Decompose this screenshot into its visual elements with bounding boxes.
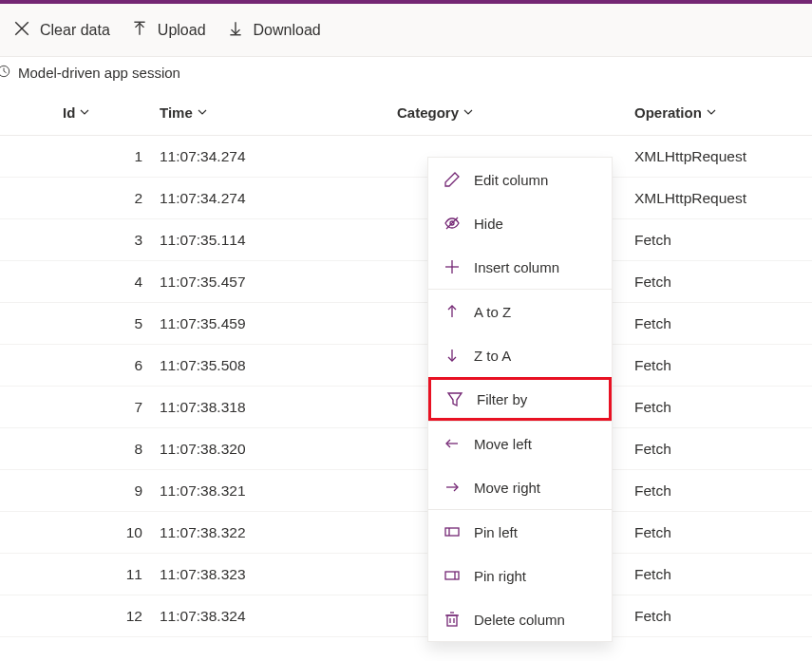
cell-operation: Fetch: [634, 524, 812, 541]
upload-icon: [131, 20, 148, 41]
ctx-hide-label: Hide: [474, 216, 503, 232]
column-context-menu: Edit column Hide Insert column A to Z Z …: [427, 157, 613, 642]
column-header-category-label: Category: [397, 104, 459, 121]
cell-operation: Fetch: [634, 274, 812, 291]
cell-id: 7: [46, 399, 160, 416]
ctx-pin-left-label: Pin left: [474, 524, 518, 540]
table-row[interactable]: 811:07:38.320Fetch: [0, 428, 812, 470]
cell-time: 11:07:35.457: [160, 274, 397, 291]
plus-icon: [444, 258, 461, 275]
download-icon: [227, 20, 244, 41]
cell-time: 11:07:34.274: [160, 148, 397, 165]
cell-time: 11:07:38.323: [160, 566, 397, 583]
upload-label: Upload: [158, 22, 206, 39]
clock-icon: [0, 65, 10, 81]
table-row[interactable]: 711:07:38.318Fetch: [0, 387, 812, 428]
cell-time: 11:07:38.321: [160, 482, 397, 500]
cell-time: 11:07:35.114: [160, 232, 397, 249]
cell-id: 1: [46, 148, 160, 165]
cell-time: 11:07:38.318: [160, 399, 397, 416]
table-row[interactable]: 1011:07:38.322Fetch: [0, 512, 812, 554]
cell-time: 11:07:38.324: [160, 608, 397, 625]
cell-operation: Fetch: [634, 566, 812, 583]
ctx-sort-desc[interactable]: Z to A: [428, 333, 612, 377]
table-row[interactable]: 911:07:38.321Fetch: [0, 470, 812, 512]
cell-operation: Fetch: [634, 357, 812, 374]
chevron-down-icon: [79, 104, 90, 121]
ctx-filter-by-label: Filter by: [477, 391, 527, 407]
table-row[interactable]: 411:07:35.457Fetch: [0, 261, 812, 303]
cell-operation: Fetch: [634, 608, 812, 625]
table-row[interactable]: 1211:07:38.324Fetch: [0, 595, 812, 637]
ctx-delete-column[interactable]: Delete column: [428, 597, 612, 641]
grid-header-row: Id Time Category Operation: [0, 90, 812, 136]
chevron-down-icon: [197, 104, 208, 121]
cell-operation: XMLHttpRequest: [634, 148, 812, 165]
trash-icon: [444, 611, 461, 628]
toolbar: Clear data Upload Download: [0, 4, 812, 57]
table-row[interactable]: 111:07:34.274XMLHttpRequest: [0, 136, 812, 178]
ctx-move-left[interactable]: Move left: [428, 422, 612, 465]
download-label: Download: [254, 22, 321, 39]
column-header-operation[interactable]: Operation: [634, 104, 812, 121]
cell-operation: XMLHttpRequest: [634, 190, 812, 207]
cell-operation: Fetch: [634, 315, 812, 332]
arrow-down-icon: [444, 347, 461, 364]
ctx-move-left-label: Move left: [474, 436, 532, 452]
cell-id: 11: [46, 566, 160, 583]
subtitle-text: Model-driven app session: [18, 65, 180, 81]
ctx-pin-right-label: Pin right: [474, 568, 526, 584]
chevron-down-icon: [706, 104, 717, 121]
cell-time: 11:07:35.459: [160, 315, 397, 332]
cell-id: 12: [46, 608, 160, 625]
table-row[interactable]: 211:07:34.274XMLHttpRequest: [0, 178, 812, 219]
ctx-sort-asc[interactable]: A to Z: [428, 290, 612, 333]
table-row[interactable]: 311:07:35.114Fetch: [0, 219, 812, 261]
svg-rect-20: [447, 615, 457, 626]
grid-body: 111:07:34.274XMLHttpRequest211:07:34.274…: [0, 136, 812, 637]
column-header-category[interactable]: Category: [397, 104, 634, 121]
cell-id: 3: [46, 232, 160, 249]
column-header-time-label: Time: [160, 104, 193, 121]
subtitle-row: Model-driven app session: [0, 57, 812, 90]
cell-id: 5: [46, 315, 160, 332]
ctx-insert-column[interactable]: Insert column: [428, 245, 612, 289]
cell-time: 11:07:35.508: [160, 357, 397, 374]
ctx-move-right-label: Move right: [474, 480, 540, 496]
ctx-edit-column-label: Edit column: [474, 172, 548, 188]
ctx-hide[interactable]: Hide: [428, 201, 612, 245]
chevron-down-icon: [463, 104, 474, 121]
arrow-left-icon: [444, 435, 461, 452]
data-grid: Id Time Category Operation 111:07:34.274…: [0, 90, 812, 637]
pin-left-icon: [444, 523, 461, 540]
close-icon: [13, 20, 30, 41]
ctx-pin-left[interactable]: Pin left: [428, 510, 612, 554]
ctx-filter-by[interactable]: Filter by: [428, 377, 612, 421]
download-button[interactable]: Download: [227, 20, 321, 41]
cell-operation: Fetch: [634, 232, 812, 249]
cell-operation: Fetch: [634, 482, 812, 500]
upload-button[interactable]: Upload: [131, 20, 206, 41]
ctx-move-right[interactable]: Move right: [428, 465, 612, 509]
table-row[interactable]: 611:07:35.508Fetch: [0, 345, 812, 387]
pin-right-icon: [444, 567, 461, 584]
column-header-time[interactable]: Time: [160, 104, 397, 121]
ctx-edit-column[interactable]: Edit column: [428, 158, 612, 201]
cell-id: 9: [46, 482, 160, 500]
cell-id: 4: [46, 274, 160, 291]
column-header-id[interactable]: Id: [46, 104, 90, 121]
svg-rect-16: [445, 528, 459, 536]
svg-point-6: [0, 66, 9, 76]
table-row[interactable]: 511:07:35.459Fetch: [0, 303, 812, 345]
clear-data-button[interactable]: Clear data: [13, 20, 110, 41]
cell-time: 11:07:38.322: [160, 524, 397, 541]
clear-data-label: Clear data: [40, 22, 110, 39]
ctx-sort-asc-label: A to Z: [474, 304, 511, 320]
ctx-pin-right[interactable]: Pin right: [428, 554, 612, 597]
table-row[interactable]: 1111:07:38.323Fetch: [0, 554, 812, 595]
cell-id: 8: [46, 441, 160, 458]
ctx-delete-column-label: Delete column: [474, 612, 565, 628]
arrow-up-icon: [444, 303, 461, 320]
ctx-insert-column-label: Insert column: [474, 259, 559, 275]
filter-icon: [446, 390, 463, 407]
